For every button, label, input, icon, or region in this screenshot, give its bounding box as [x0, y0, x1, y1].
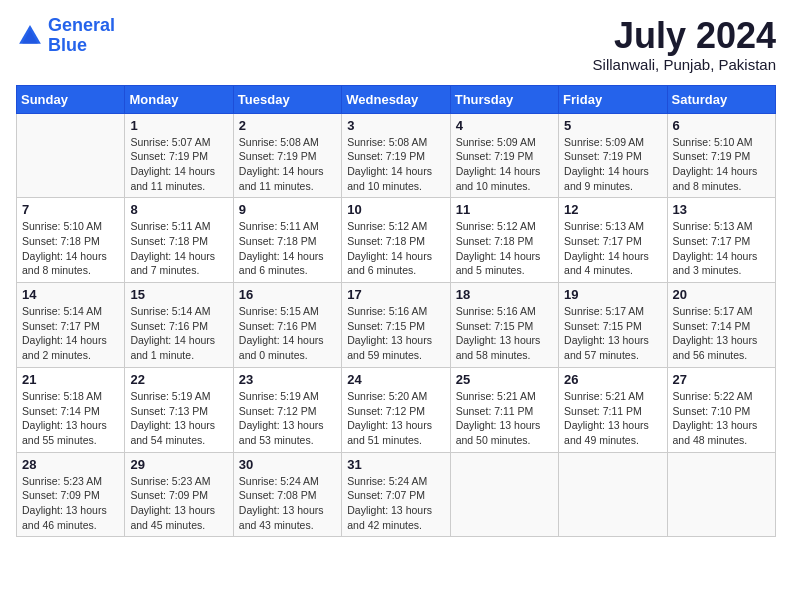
calendar-day-cell: 15Sunrise: 5:14 AMSunset: 7:16 PMDayligh… [125, 283, 233, 368]
calendar-day-cell: 30Sunrise: 5:24 AMSunset: 7:08 PMDayligh… [233, 452, 341, 537]
calendar-day-cell: 28Sunrise: 5:23 AMSunset: 7:09 PMDayligh… [17, 452, 125, 537]
day-number: 14 [22, 287, 119, 302]
day-info: Sunrise: 5:24 AMSunset: 7:07 PMDaylight:… [347, 474, 444, 533]
day-number: 7 [22, 202, 119, 217]
day-number: 13 [673, 202, 770, 217]
calendar-day-cell: 3Sunrise: 5:08 AMSunset: 7:19 PMDaylight… [342, 113, 450, 198]
day-of-week-header: Tuesday [233, 85, 341, 113]
day-info: Sunrise: 5:10 AMSunset: 7:18 PMDaylight:… [22, 219, 119, 278]
calendar-day-cell [17, 113, 125, 198]
day-number: 25 [456, 372, 553, 387]
page-header: General Blue July 2024 Sillanwali, Punja… [16, 16, 776, 73]
calendar-day-cell: 21Sunrise: 5:18 AMSunset: 7:14 PMDayligh… [17, 367, 125, 452]
day-number: 31 [347, 457, 444, 472]
logo-line1: General [48, 15, 115, 35]
logo-text: General Blue [48, 16, 115, 56]
title-block: July 2024 Sillanwali, Punjab, Pakistan [593, 16, 776, 73]
calendar-week-row: 1Sunrise: 5:07 AMSunset: 7:19 PMDaylight… [17, 113, 776, 198]
day-number: 6 [673, 118, 770, 133]
day-info: Sunrise: 5:14 AMSunset: 7:17 PMDaylight:… [22, 304, 119, 363]
day-info: Sunrise: 5:20 AMSunset: 7:12 PMDaylight:… [347, 389, 444, 448]
calendar-day-cell: 25Sunrise: 5:21 AMSunset: 7:11 PMDayligh… [450, 367, 558, 452]
day-number: 18 [456, 287, 553, 302]
day-info: Sunrise: 5:08 AMSunset: 7:19 PMDaylight:… [347, 135, 444, 194]
day-info: Sunrise: 5:19 AMSunset: 7:12 PMDaylight:… [239, 389, 336, 448]
day-info: Sunrise: 5:22 AMSunset: 7:10 PMDaylight:… [673, 389, 770, 448]
day-number: 11 [456, 202, 553, 217]
day-info: Sunrise: 5:17 AMSunset: 7:15 PMDaylight:… [564, 304, 661, 363]
calendar-day-cell: 19Sunrise: 5:17 AMSunset: 7:15 PMDayligh… [559, 283, 667, 368]
calendar-day-cell: 16Sunrise: 5:15 AMSunset: 7:16 PMDayligh… [233, 283, 341, 368]
calendar-day-cell: 22Sunrise: 5:19 AMSunset: 7:13 PMDayligh… [125, 367, 233, 452]
day-info: Sunrise: 5:14 AMSunset: 7:16 PMDaylight:… [130, 304, 227, 363]
calendar-day-cell: 10Sunrise: 5:12 AMSunset: 7:18 PMDayligh… [342, 198, 450, 283]
day-info: Sunrise: 5:16 AMSunset: 7:15 PMDaylight:… [456, 304, 553, 363]
day-info: Sunrise: 5:11 AMSunset: 7:18 PMDaylight:… [130, 219, 227, 278]
calendar-day-cell: 17Sunrise: 5:16 AMSunset: 7:15 PMDayligh… [342, 283, 450, 368]
calendar-day-cell: 20Sunrise: 5:17 AMSunset: 7:14 PMDayligh… [667, 283, 775, 368]
day-info: Sunrise: 5:19 AMSunset: 7:13 PMDaylight:… [130, 389, 227, 448]
day-info: Sunrise: 5:23 AMSunset: 7:09 PMDaylight:… [22, 474, 119, 533]
calendar-week-row: 7Sunrise: 5:10 AMSunset: 7:18 PMDaylight… [17, 198, 776, 283]
day-number: 17 [347, 287, 444, 302]
day-info: Sunrise: 5:07 AMSunset: 7:19 PMDaylight:… [130, 135, 227, 194]
day-info: Sunrise: 5:10 AMSunset: 7:19 PMDaylight:… [673, 135, 770, 194]
calendar-week-row: 14Sunrise: 5:14 AMSunset: 7:17 PMDayligh… [17, 283, 776, 368]
day-number: 26 [564, 372, 661, 387]
month-title: July 2024 [593, 16, 776, 56]
calendar-week-row: 21Sunrise: 5:18 AMSunset: 7:14 PMDayligh… [17, 367, 776, 452]
day-info: Sunrise: 5:17 AMSunset: 7:14 PMDaylight:… [673, 304, 770, 363]
calendar-day-cell: 1Sunrise: 5:07 AMSunset: 7:19 PMDaylight… [125, 113, 233, 198]
day-of-week-header: Wednesday [342, 85, 450, 113]
calendar-day-cell: 5Sunrise: 5:09 AMSunset: 7:19 PMDaylight… [559, 113, 667, 198]
day-number: 15 [130, 287, 227, 302]
day-number: 10 [347, 202, 444, 217]
calendar-day-cell: 29Sunrise: 5:23 AMSunset: 7:09 PMDayligh… [125, 452, 233, 537]
calendar-day-cell: 23Sunrise: 5:19 AMSunset: 7:12 PMDayligh… [233, 367, 341, 452]
day-number: 16 [239, 287, 336, 302]
calendar-day-cell: 12Sunrise: 5:13 AMSunset: 7:17 PMDayligh… [559, 198, 667, 283]
day-number: 30 [239, 457, 336, 472]
calendar-day-cell: 24Sunrise: 5:20 AMSunset: 7:12 PMDayligh… [342, 367, 450, 452]
day-number: 12 [564, 202, 661, 217]
day-number: 4 [456, 118, 553, 133]
day-number: 9 [239, 202, 336, 217]
calendar-day-cell: 7Sunrise: 5:10 AMSunset: 7:18 PMDaylight… [17, 198, 125, 283]
day-info: Sunrise: 5:12 AMSunset: 7:18 PMDaylight:… [347, 219, 444, 278]
calendar-day-cell: 26Sunrise: 5:21 AMSunset: 7:11 PMDayligh… [559, 367, 667, 452]
calendar-day-cell: 18Sunrise: 5:16 AMSunset: 7:15 PMDayligh… [450, 283, 558, 368]
day-info: Sunrise: 5:16 AMSunset: 7:15 PMDaylight:… [347, 304, 444, 363]
day-info: Sunrise: 5:21 AMSunset: 7:11 PMDaylight:… [456, 389, 553, 448]
calendar-week-row: 28Sunrise: 5:23 AMSunset: 7:09 PMDayligh… [17, 452, 776, 537]
day-number: 20 [673, 287, 770, 302]
calendar-day-cell: 13Sunrise: 5:13 AMSunset: 7:17 PMDayligh… [667, 198, 775, 283]
calendar-table: SundayMondayTuesdayWednesdayThursdayFrid… [16, 85, 776, 538]
day-info: Sunrise: 5:15 AMSunset: 7:16 PMDaylight:… [239, 304, 336, 363]
logo-icon [16, 22, 44, 50]
day-info: Sunrise: 5:09 AMSunset: 7:19 PMDaylight:… [564, 135, 661, 194]
calendar-day-cell: 9Sunrise: 5:11 AMSunset: 7:18 PMDaylight… [233, 198, 341, 283]
day-number: 29 [130, 457, 227, 472]
calendar-header-row: SundayMondayTuesdayWednesdayThursdayFrid… [17, 85, 776, 113]
day-of-week-header: Monday [125, 85, 233, 113]
day-info: Sunrise: 5:21 AMSunset: 7:11 PMDaylight:… [564, 389, 661, 448]
day-number: 5 [564, 118, 661, 133]
calendar-day-cell: 4Sunrise: 5:09 AMSunset: 7:19 PMDaylight… [450, 113, 558, 198]
day-of-week-header: Friday [559, 85, 667, 113]
day-info: Sunrise: 5:23 AMSunset: 7:09 PMDaylight:… [130, 474, 227, 533]
day-of-week-header: Thursday [450, 85, 558, 113]
calendar-day-cell: 31Sunrise: 5:24 AMSunset: 7:07 PMDayligh… [342, 452, 450, 537]
day-of-week-header: Sunday [17, 85, 125, 113]
day-number: 28 [22, 457, 119, 472]
day-info: Sunrise: 5:09 AMSunset: 7:19 PMDaylight:… [456, 135, 553, 194]
day-of-week-header: Saturday [667, 85, 775, 113]
logo: General Blue [16, 16, 115, 56]
day-number: 23 [239, 372, 336, 387]
day-info: Sunrise: 5:24 AMSunset: 7:08 PMDaylight:… [239, 474, 336, 533]
day-number: 21 [22, 372, 119, 387]
calendar-day-cell [450, 452, 558, 537]
day-info: Sunrise: 5:18 AMSunset: 7:14 PMDaylight:… [22, 389, 119, 448]
calendar-body: 1Sunrise: 5:07 AMSunset: 7:19 PMDaylight… [17, 113, 776, 537]
calendar-day-cell: 14Sunrise: 5:14 AMSunset: 7:17 PMDayligh… [17, 283, 125, 368]
location: Sillanwali, Punjab, Pakistan [593, 56, 776, 73]
